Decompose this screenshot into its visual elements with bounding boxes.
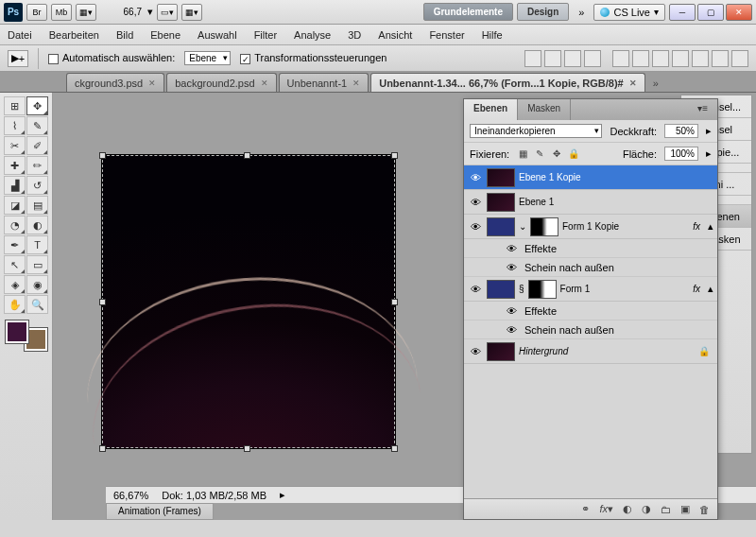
visibility-icon[interactable]: 👁: [468, 197, 483, 208]
layer-name[interactable]: Form 1: [560, 284, 690, 294]
move-hint-icon[interactable]: ⊞: [4, 96, 26, 115]
auto-select-checkbox[interactable]: Automatisch auswählen:: [48, 52, 175, 64]
layer-effects-heading[interactable]: 👁Effekte: [464, 239, 717, 258]
workspace-more[interactable]: »: [573, 7, 590, 18]
fx-icon[interactable]: fx: [693, 221, 700, 232]
current-tool-icon[interactable]: ▶+: [8, 50, 28, 67]
align-icon[interactable]: [692, 50, 709, 67]
menu-analyse[interactable]: Analyse: [294, 29, 331, 41]
menu-bild[interactable]: Bild: [116, 29, 133, 41]
zoom-field[interactable]: [110, 5, 144, 20]
layer-item[interactable]: 👁 Ebene 1 Kopie: [464, 165, 717, 190]
transform-handle[interactable]: [391, 152, 398, 159]
brush-tool[interactable]: ✏: [26, 156, 48, 175]
close-icon[interactable]: ✕: [148, 78, 156, 88]
menu-ansicht[interactable]: Ansicht: [378, 29, 412, 41]
opacity-flyout[interactable]: ▸: [706, 125, 712, 137]
layer-thumb[interactable]: [487, 217, 515, 236]
layer-thumb[interactable]: [487, 193, 515, 212]
align-icon[interactable]: [712, 50, 729, 67]
eyedropper-tool[interactable]: ✐: [26, 136, 48, 155]
stamp-tool[interactable]: ▟: [4, 176, 26, 195]
layer-thumb[interactable]: [487, 168, 515, 187]
color-swatches[interactable]: [6, 320, 47, 351]
path-select-tool[interactable]: ↖: [4, 255, 26, 274]
lasso-tool[interactable]: ⌇: [4, 116, 26, 135]
auto-select-combo[interactable]: Ebene: [184, 51, 231, 65]
canvas-area[interactable]: Pinsel... Pinsel Kopie... Mini ... Ebene…: [53, 93, 756, 520]
layers-panel[interactable]: Ebenen Masken ▾≡ Ineinanderkopieren Deck…: [463, 98, 718, 520]
doc-tab-active[interactable]: Unbenannt-1.34... 66,7% (Form...1 Kopie,…: [370, 73, 645, 92]
fill-field[interactable]: 100%: [664, 147, 698, 161]
menu-bearbeiten[interactable]: Bearbeiten: [49, 29, 99, 41]
menu-3d[interactable]: 3D: [348, 29, 361, 41]
transform-handle[interactable]: [99, 445, 106, 452]
transform-bounding-box[interactable]: [102, 155, 395, 448]
foreground-swatch[interactable]: [6, 320, 28, 343]
tabs-overflow[interactable]: »: [647, 75, 664, 92]
bridge-button[interactable]: Br: [26, 4, 47, 21]
transform-handle[interactable]: [391, 445, 398, 452]
layer-item[interactable]: 👁 ⌄ Form 1 Kopie fx▴: [464, 215, 717, 239]
layer-item[interactable]: 👁 Hintergrund 🔒: [464, 339, 717, 364]
zoom-tool[interactable]: 🔍: [26, 295, 48, 314]
move-tool[interactable]: ✥: [26, 96, 48, 115]
3d-tool[interactable]: ◈: [4, 275, 26, 294]
workspace-grundelemente[interactable]: Grundelemente: [423, 3, 513, 21]
eraser-tool[interactable]: ◪: [4, 196, 26, 215]
close-icon[interactable]: ✕: [261, 78, 268, 88]
screen-mode-button[interactable]: ▦▾: [76, 4, 96, 21]
new-layer-icon[interactable]: ▣: [680, 503, 690, 515]
visibility-icon[interactable]: 👁: [468, 346, 483, 357]
layer-fx-icon[interactable]: fx▾: [599, 503, 613, 515]
layer-mask-thumb[interactable]: [530, 217, 558, 236]
blur-tool[interactable]: ◔: [4, 216, 26, 234]
close-icon[interactable]: ✕: [629, 78, 637, 88]
tab-masken[interactable]: Masken: [518, 99, 571, 120]
align-icon[interactable]: [632, 50, 649, 67]
menu-auswahl[interactable]: Auswahl: [198, 29, 237, 41]
crop-tool[interactable]: ✂: [4, 136, 26, 155]
history-brush-tool[interactable]: ↺: [26, 176, 48, 195]
animation-tab[interactable]: Animation (Frames): [106, 503, 214, 520]
transform-handle[interactable]: [99, 299, 106, 305]
hand-tool[interactable]: ✋: [4, 295, 26, 314]
layer-thumb[interactable]: [487, 280, 515, 299]
patch-tool[interactable]: ✚: [4, 156, 26, 175]
transform-controls-checkbox[interactable]: Transformationssteuerungen: [240, 52, 387, 64]
layer-name[interactable]: Ebene 1 Kopie: [519, 172, 713, 182]
menu-ebene[interactable]: Ebene: [150, 29, 180, 41]
transform-handle[interactable]: [99, 152, 106, 159]
gradient-tool[interactable]: ▤: [26, 196, 48, 215]
menu-datei[interactable]: Datei: [8, 29, 32, 41]
align-icon[interactable]: [544, 50, 561, 67]
layer-item[interactable]: 👁 § Form 1 fx▴: [464, 277, 717, 302]
status-flyout-icon[interactable]: ▸: [280, 489, 285, 501]
extras-button[interactable]: ▦▾: [181, 4, 202, 21]
layer-mask-icon[interactable]: ◐: [623, 503, 632, 515]
pen-tool[interactable]: ✒: [4, 235, 26, 254]
doc-tab[interactable]: ckground3.psd✕: [66, 73, 164, 92]
minibridge-button[interactable]: Mb: [51, 4, 72, 21]
panel-menu-icon[interactable]: ▾≡: [688, 99, 717, 120]
close-icon[interactable]: ✕: [352, 78, 360, 88]
lock-move-icon[interactable]: ✥: [551, 148, 562, 160]
layer-effects-heading[interactable]: 👁Effekte: [464, 302, 717, 320]
align-icon[interactable]: [584, 50, 601, 67]
arrange-button[interactable]: ▭▾: [157, 4, 178, 21]
adjustment-layer-icon[interactable]: ◑: [642, 503, 651, 515]
fx-collapse-icon[interactable]: ▴: [708, 283, 713, 295]
layer-item[interactable]: 👁 Ebene 1: [464, 190, 717, 215]
fx-collapse-icon[interactable]: ▴: [708, 220, 713, 233]
align-icon[interactable]: [564, 50, 581, 67]
visibility-icon[interactable]: 👁: [504, 324, 519, 336]
doc-tab[interactable]: Unbenannt-1✕: [279, 73, 369, 92]
layer-group-icon[interactable]: 🗀: [661, 504, 671, 515]
visibility-icon[interactable]: 👁: [468, 284, 483, 295]
layer-mask-thumb[interactable]: [528, 280, 557, 299]
menu-filter[interactable]: Filter: [254, 29, 277, 41]
menu-fenster[interactable]: Fenster: [429, 29, 464, 41]
layer-effect-item[interactable]: 👁Schein nach außen: [464, 258, 717, 277]
visibility-icon[interactable]: 👁: [504, 305, 519, 317]
blend-mode-combo[interactable]: Ineinanderkopieren: [470, 124, 602, 138]
